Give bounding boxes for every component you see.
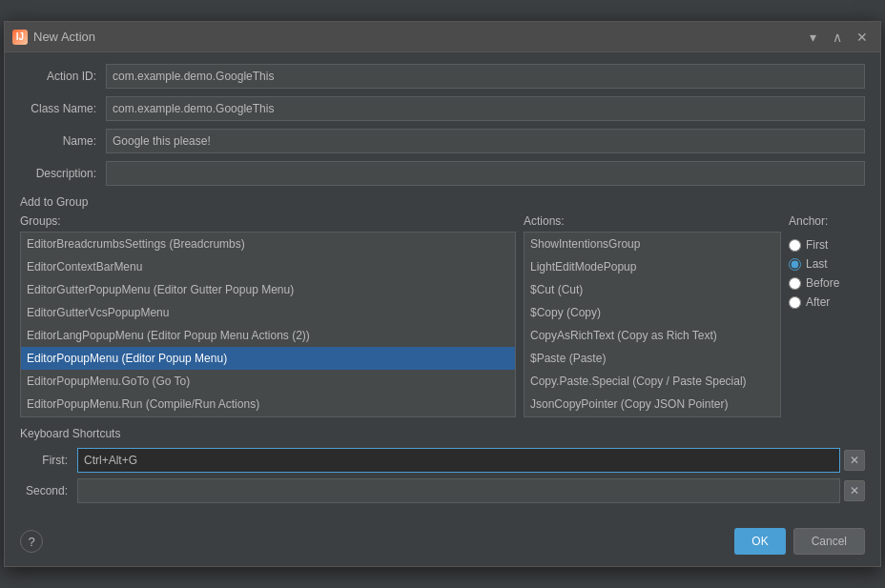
group-list-item[interactable]: EditorPopupMenu.Run (Compile/Run Actions… — [21, 393, 515, 416]
groups-label: Groups: — [20, 214, 516, 228]
anchor-label: Anchor: — [789, 214, 865, 228]
actions-column: Actions: ShowIntentionsGroupLightEditMod… — [524, 214, 781, 417]
second-shortcut-clear-button[interactable]: ✕ — [844, 480, 865, 501]
title-bar-left: IJ New Action — [12, 30, 95, 45]
footer-buttons: OK Cancel — [734, 528, 865, 555]
anchor-radio-label: First — [806, 238, 828, 252]
class-name-input[interactable] — [106, 96, 865, 121]
first-shortcut-input[interactable] — [77, 448, 840, 473]
group-list-item[interactable]: EditorBreadcrumbsSettings (Breadcrumbs) — [21, 233, 515, 255]
action-list-item[interactable]: $Paste (Paste) — [525, 347, 780, 370]
actions-list[interactable]: ShowIntentionsGroupLightEditModePopup$Cu… — [524, 232, 781, 417]
second-shortcut-label: Second: — [20, 484, 77, 497]
first-shortcut-row: First: ✕ — [20, 448, 865, 473]
help-button[interactable]: ? — [20, 530, 43, 553]
actions-label: Actions: — [524, 214, 781, 228]
second-shortcut-input[interactable] — [77, 478, 840, 503]
cancel-button[interactable]: Cancel — [793, 528, 865, 555]
action-id-input[interactable] — [106, 64, 865, 89]
groups-column: Groups: EditorBreadcrumbsSettings (Bread… — [20, 214, 516, 417]
action-list-item[interactable]: LightEditModePopup — [525, 255, 780, 278]
title-bar: IJ New Action ▾ ∧ ✕ — [5, 22, 880, 52]
anchor-radio-label: Before — [806, 276, 839, 290]
name-label: Name: — [20, 134, 106, 148]
anchor-radio-label: After — [806, 295, 830, 309]
group-list-item[interactable]: EditorPopupMenu.GoTo (Go To) — [21, 370, 515, 393]
restore-button[interactable]: ∧ — [827, 27, 848, 48]
action-list-item[interactable]: $Copy (Copy) — [525, 301, 780, 324]
anchor-radio-row[interactable]: Before — [789, 274, 865, 293]
description-input[interactable] — [106, 161, 865, 186]
action-id-label: Action ID: — [20, 70, 106, 83]
action-list-item[interactable]: ShowIntentionsGroup — [525, 233, 780, 255]
dialog-title: New Action — [33, 30, 95, 44]
close-button[interactable]: ✕ — [852, 27, 873, 48]
ok-button[interactable]: OK — [734, 528, 785, 555]
dialog-footer: ? OK Cancel — [5, 520, 880, 566]
minimize-button[interactable]: ▾ — [802, 27, 823, 48]
anchor-radio-row[interactable]: Last — [789, 254, 865, 274]
class-name-row: Class Name: — [20, 96, 865, 121]
first-shortcut-label: First: — [20, 454, 77, 467]
groups-list[interactable]: EditorBreadcrumbsSettings (Breadcrumbs)E… — [20, 232, 516, 417]
app-icon: IJ — [12, 30, 28, 45]
action-list-item[interactable]: CopyAsRichText (Copy as Rich Text) — [525, 324, 780, 347]
description-label: Description: — [20, 167, 106, 180]
action-list-item[interactable]: Copy.Paste.Special (Copy / Paste Special… — [525, 370, 780, 393]
class-name-label: Class Name: — [20, 102, 106, 115]
description-row: Description: — [20, 161, 865, 186]
name-input[interactable] — [106, 129, 865, 153]
second-shortcut-row: Second: ✕ — [20, 478, 865, 503]
action-list-item[interactable]: JsonCopyPointer (Copy JSON Pointer) — [525, 393, 780, 416]
add-to-group-title: Add to Group — [20, 195, 865, 209]
anchor-radio-first[interactable] — [789, 239, 801, 252]
name-row: Name: — [20, 129, 865, 153]
first-shortcut-input-wrap: ✕ — [77, 448, 865, 473]
group-list-item[interactable]: EditorGutterPopupMenu (Editor Gutter Pop… — [21, 278, 515, 301]
action-list-item[interactable]: $Cut (Cut) — [525, 278, 780, 301]
anchor-radio-before[interactable] — [789, 277, 801, 290]
keyboard-title: Keyboard Shortcuts — [20, 427, 865, 440]
title-bar-controls: ▾ ∧ ✕ — [802, 27, 873, 48]
anchor-column: Anchor: FirstLastBeforeAfter — [789, 214, 865, 417]
group-list-item[interactable]: EditorLangPopupMenu (Editor Popup Menu A… — [21, 324, 515, 347]
group-list-item[interactable]: EditorPopupMenu1 (Editor Popup Menu Acti… — [21, 416, 515, 417]
dialog-body: Action ID: Class Name: Name: Description… — [5, 52, 880, 520]
group-list-item[interactable]: EditorContextBarMenu — [21, 255, 515, 278]
action-id-row: Action ID: — [20, 64, 865, 89]
second-shortcut-input-wrap: ✕ — [77, 478, 865, 503]
group-list-item[interactable]: EditorGutterVcsPopupMenu — [21, 301, 515, 324]
anchor-radio-after[interactable] — [789, 296, 801, 309]
keyboard-shortcuts-section: Keyboard Shortcuts First: ✕ Second: ✕ — [20, 427, 865, 503]
new-action-dialog: IJ New Action ▾ ∧ ✕ Action ID: Class Nam… — [4, 21, 881, 567]
first-shortcut-clear-button[interactable]: ✕ — [844, 450, 865, 471]
action-list-item[interactable]: EditorToggleColumnMode (Column Sele... — [525, 416, 780, 417]
groups-actions-row: Groups: EditorBreadcrumbsSettings (Bread… — [20, 214, 865, 417]
anchor-radio-row[interactable]: First — [789, 235, 865, 254]
anchor-radio-row[interactable]: After — [789, 293, 865, 312]
group-list-item[interactable]: EditorPopupMenu (Editor Popup Menu) — [21, 347, 515, 370]
anchor-radio-label: Last — [806, 257, 828, 271]
anchor-radio-last[interactable] — [789, 258, 801, 271]
